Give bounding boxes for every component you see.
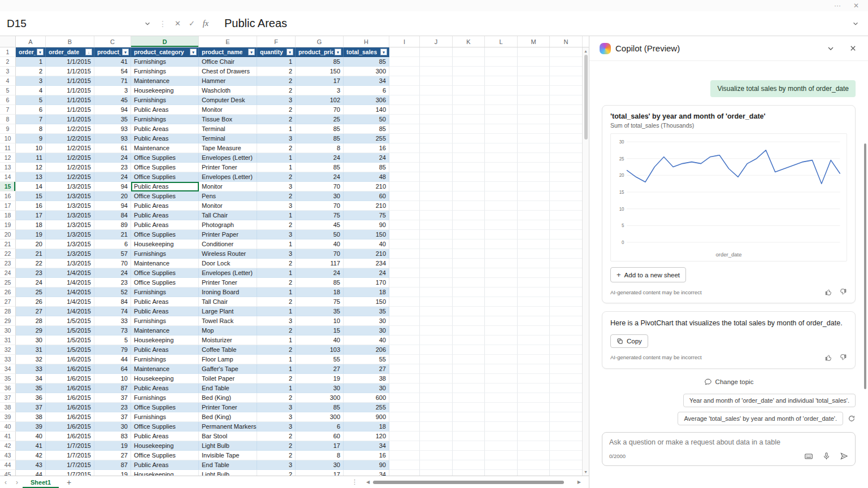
row-header-29[interactable]: 29 [0, 316, 16, 326]
cell-E35[interactable]: Toilet Paper [199, 374, 257, 384]
row-header-10[interactable]: 10 [0, 134, 16, 143]
cell-H19[interactable]: 90 [344, 220, 389, 230]
cell-E44[interactable]: End Table [199, 460, 257, 470]
cell-H28[interactable]: 35 [344, 307, 389, 316]
cell-G45[interactable]: 17 [296, 470, 344, 476]
cell-H14[interactable]: 48 [344, 172, 389, 182]
cell-E42[interactable]: Light Bulb [199, 441, 257, 451]
cell-M29[interactable] [518, 316, 550, 326]
cell-A7[interactable]: 6 [16, 105, 46, 115]
cell-I26[interactable] [389, 287, 420, 297]
cell-B16[interactable]: 1/3/2015 [46, 191, 94, 201]
cell-F25[interactable]: 2 [257, 278, 296, 287]
cell-L37[interactable] [485, 393, 518, 403]
tabbar-more-icon[interactable]: ⋮ [351, 478, 358, 486]
cell-F38[interactable]: 3 [257, 403, 296, 412]
cell-G28[interactable]: 35 [296, 307, 344, 316]
cell-E43[interactable]: Invisible Tape [199, 451, 257, 460]
cell-N40[interactable] [550, 422, 583, 432]
cell-F44[interactable]: 3 [257, 460, 296, 470]
cell-H45[interactable]: 34 [344, 470, 389, 476]
row-header-16[interactable]: 16 [0, 191, 16, 201]
cell-N41[interactable] [550, 432, 583, 441]
cell-M3[interactable] [518, 67, 550, 76]
cell-C12[interactable]: 24 [94, 153, 131, 163]
cell-H30[interactable]: 30 [344, 326, 389, 336]
cell-B7[interactable]: 1/1/2015 [46, 105, 94, 115]
cell-C43[interactable]: 27 [94, 451, 131, 460]
table-header-order_id[interactable]: order_id▾ [16, 47, 46, 57]
cell-I3[interactable] [389, 67, 420, 76]
cell-I25[interactable] [389, 278, 420, 287]
cell-M27[interactable] [518, 297, 550, 307]
cell-D10[interactable]: Public Areas [131, 134, 199, 143]
cell-A16[interactable]: 15 [16, 191, 46, 201]
cell-N18[interactable] [550, 211, 583, 220]
cell-H33[interactable]: 55 [344, 355, 389, 364]
cell-M43[interactable] [518, 451, 550, 460]
cell-I43[interactable] [389, 451, 420, 460]
cell-K1[interactable] [453, 47, 485, 57]
cell-H44[interactable]: 90 [344, 460, 389, 470]
cell-J6[interactable] [420, 95, 453, 105]
cell-F16[interactable]: 2 [257, 191, 296, 201]
cell-K6[interactable] [453, 95, 485, 105]
cell-M40[interactable] [518, 422, 550, 432]
cell-H40[interactable]: 18 [344, 422, 389, 432]
cell-F7[interactable]: 2 [257, 105, 296, 115]
cell-D3[interactable]: Furnishings [131, 67, 199, 76]
cell-B32[interactable]: 1/5/2015 [46, 345, 94, 355]
cell-M31[interactable] [518, 336, 550, 345]
row-header-4[interactable]: 4 [0, 76, 16, 86]
cell-L31[interactable] [485, 336, 518, 345]
cell-D4[interactable]: Maintenance [131, 76, 199, 86]
table-header-product_name[interactable]: product_name▾ [199, 47, 257, 57]
cell-I10[interactable] [389, 134, 420, 143]
cell-H4[interactable]: 34 [344, 76, 389, 86]
cell-H38[interactable]: 255 [344, 403, 389, 412]
cell-E31[interactable]: Moisturizer [199, 336, 257, 345]
cell-B12[interactable]: 1/2/2015 [46, 153, 94, 163]
cell-N15[interactable] [550, 182, 583, 191]
cell-H32[interactable]: 206 [344, 345, 389, 355]
cell-C36[interactable]: 87 [94, 384, 131, 393]
cell-A20[interactable]: 19 [16, 230, 46, 239]
cell-E22[interactable]: Wireless Router [199, 249, 257, 259]
grid-body[interactable]: 1order_id▾order_date↓product_id▾product_… [0, 47, 589, 476]
cell-L19[interactable] [485, 220, 518, 230]
cell-B8[interactable]: 1/1/2015 [46, 115, 94, 124]
cell-M24[interactable] [518, 268, 550, 278]
cell-N13[interactable] [550, 163, 583, 172]
cell-G23[interactable]: 117 [296, 259, 344, 268]
row-header-3[interactable]: 3 [0, 67, 16, 76]
cell-G25[interactable]: 85 [296, 278, 344, 287]
cell-E29[interactable]: Towel Rack [199, 316, 257, 326]
cell-A18[interactable]: 17 [16, 211, 46, 220]
column-header-L[interactable]: L [485, 36, 518, 47]
filter-button-total_sales[interactable]: ▾ [380, 49, 387, 55]
cell-C17[interactable]: 94 [94, 201, 131, 211]
cell-J35[interactable] [420, 374, 453, 384]
cell-A22[interactable]: 21 [16, 249, 46, 259]
cell-F2[interactable]: 1 [257, 57, 296, 67]
cell-F24[interactable]: 1 [257, 268, 296, 278]
cell-C27[interactable]: 84 [94, 297, 131, 307]
cell-N42[interactable] [550, 441, 583, 451]
cell-F40[interactable]: 3 [257, 422, 296, 432]
cell-F6[interactable]: 3 [257, 95, 296, 105]
cell-B36[interactable]: 1/6/2015 [46, 384, 94, 393]
cell-N27[interactable] [550, 297, 583, 307]
cell-M6[interactable] [518, 95, 550, 105]
cell-F43[interactable]: 2 [257, 451, 296, 460]
filter-button-product_price[interactable]: ▾ [335, 49, 341, 55]
cell-I33[interactable] [389, 355, 420, 364]
cell-M11[interactable] [518, 143, 550, 153]
cell-K29[interactable] [453, 316, 485, 326]
cell-A15[interactable]: 14 [16, 182, 46, 191]
cell-H41[interactable]: 120 [344, 432, 389, 441]
cell-J18[interactable] [420, 211, 453, 220]
cell-M18[interactable] [518, 211, 550, 220]
cell-N11[interactable] [550, 143, 583, 153]
cell-C30[interactable]: 73 [94, 326, 131, 336]
cell-C32[interactable]: 79 [94, 345, 131, 355]
